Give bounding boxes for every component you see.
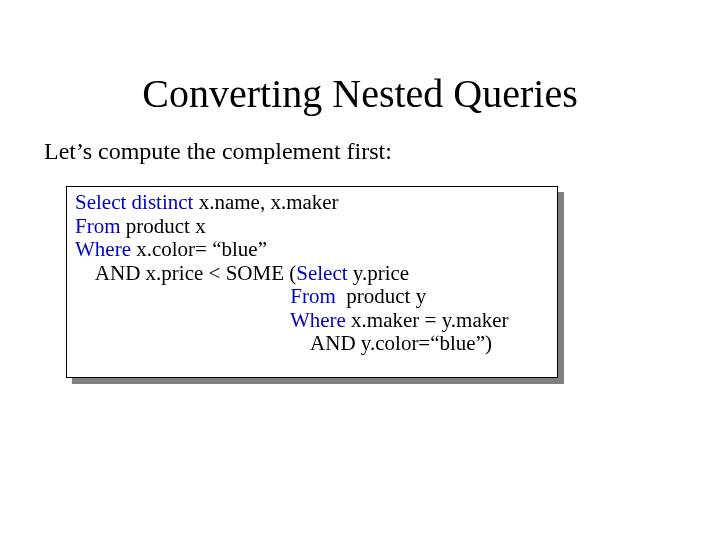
kw-select-inner: Select [296, 261, 353, 285]
select-columns: x.name, x.maker [199, 190, 339, 214]
where-inner-indent [75, 308, 290, 332]
and-clause-inner: AND y.color=“blue”) [75, 331, 492, 355]
kw-where-outer: Where [75, 237, 136, 261]
kw-from-outer: From [75, 214, 126, 238]
from-inner-indent [75, 284, 290, 308]
kw-where-inner: Where [290, 308, 351, 332]
and-some-clause: AND x.price < SOME ( [75, 261, 296, 285]
kw-from-inner: From [290, 284, 341, 308]
select-columns-inner: y.price [353, 261, 409, 285]
slide: Converting Nested Queries Let’s compute … [0, 0, 720, 540]
slide-subtitle: Let’s compute the complement first: [44, 138, 392, 165]
from-table-inner: product y [341, 284, 426, 308]
from-table-outer: product x [126, 214, 206, 238]
where-clause-inner: x.maker = y.maker [351, 308, 508, 332]
where-clause-outer: x.color= “blue” [136, 237, 267, 261]
sql-code-box: Select distinct x.name, x.maker From pro… [66, 186, 558, 378]
slide-title: Converting Nested Queries [0, 70, 720, 117]
kw-select: Select distinct [75, 190, 199, 214]
